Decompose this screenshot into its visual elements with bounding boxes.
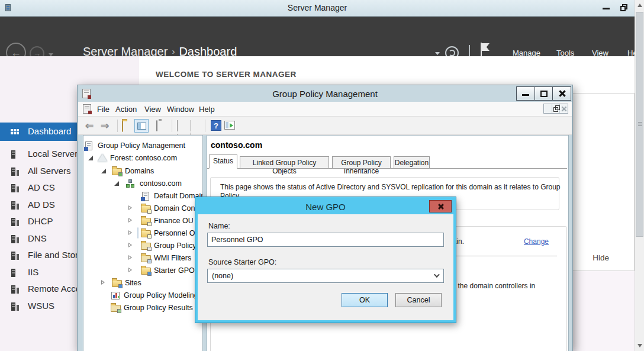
starter-gpos-folder-icon [141,266,151,275]
file-storage-icon [10,251,20,260]
console-child-icon [83,104,91,114]
tab-linked-gpos[interactable]: Linked Group Policy Objects [240,156,329,169]
scrollbar-grip [638,122,642,123]
gp-modeling-icon [111,291,121,300]
collapsed-icon[interactable] [128,243,132,247]
collapsed-icon[interactable] [128,230,132,235]
ou-folder-icon [141,217,151,226]
dialog-close-icon[interactable] [429,200,452,212]
minimize-icon[interactable] [598,1,614,15]
child-minimize-icon[interactable] [544,104,552,113]
gpo-icon [141,192,152,201]
gpm-menu-action[interactable]: Action [115,105,137,114]
gpm-console-icon [85,141,95,150]
ad-cs-icon [10,183,20,193]
gpo-folder-icon [141,241,151,250]
dhcp-icon [10,217,20,227]
iis-icon [10,268,20,278]
back-icon[interactable]: ⇐ [85,120,94,132]
dialog-titlebar[interactable]: New GPO [198,199,453,214]
gpm-titlebar[interactable]: Group Policy Management [78,85,572,102]
gpm-menubar: File Action View Window Help [78,102,572,117]
scroll-up-icon[interactable] [637,4,642,7]
screen: Server Manager ← → Server Manager›Dashbo… [0,0,644,351]
gpm-menu-view[interactable]: View [144,105,161,114]
gpm-menu-help[interactable]: Help [199,105,215,114]
up-one-level-icon[interactable] [122,121,123,132]
collapsed-icon[interactable] [128,205,132,210]
all-servers-icon [10,167,20,176]
sites-folder-icon [112,279,122,288]
dashboard-grid-icon [10,127,20,137]
restore-icon[interactable] [616,1,632,15]
selected-option: (none) [212,272,233,280]
name-label: Name: [208,222,230,230]
dialog-title: New GPO [198,202,453,212]
chevron-down-icon [434,272,440,278]
source-starter-gpo-select[interactable]: (none) [207,269,444,283]
collapsed-icon[interactable] [101,280,105,285]
gp-results-folder-icon [111,304,121,313]
scroll-down-icon[interactable] [637,344,642,347]
remote-access-icon [10,285,20,294]
console-child-controls [543,104,568,114]
tab-status[interactable]: Status [209,154,237,169]
wmi-filters-folder-icon [141,254,151,263]
help-icon[interactable]: ? [211,120,221,131]
wsus-icon [10,302,20,311]
gpm-window-title: Group Policy Management [78,89,572,99]
gpm-menu-file[interactable]: File [97,105,110,114]
ou-folder-icon [141,204,151,213]
child-close-icon[interactable] [560,104,568,113]
expanded-icon[interactable] [114,181,119,186]
gpm-window-controls [516,86,571,101]
expanded-icon[interactable] [88,156,93,160]
show-window-icon[interactable] [224,121,235,130]
child-restore-icon[interactable] [552,104,561,113]
gpm-maximize-icon[interactable] [535,87,553,100]
domain-heading: contoso.com [211,140,262,150]
ad-ds-icon [10,201,20,210]
gpm-menu-window[interactable]: Window [167,105,194,114]
tab-strip-line [207,168,567,169]
new-gpo-dialog: New GPO Name: Source Starter GPO: (none)… [195,197,456,323]
toolbar-divider [172,120,172,132]
tab-delegation[interactable]: Delegation [394,156,430,169]
notifications-caret-icon[interactable] [435,52,440,55]
vertical-scrollbar[interactable] [635,0,644,351]
source-starter-gpo-label: Source Starter GPO: [208,258,276,266]
local-server-icon [10,150,20,159]
gpo-name-input[interactable] [207,233,444,247]
toolbar-divider [117,120,118,132]
toolbar-divider [205,120,205,132]
gpm-toolbar: ⇐ ⇒ ? [78,117,572,135]
scrollbar-thumb[interactable] [636,12,643,237]
clipboard-icon[interactable] [156,121,157,131]
server-manager-navbar: ← → Server Manager›Dashboard Manage Tool… [0,17,635,56]
change-link[interactable]: Change [524,237,549,246]
domain-icon [126,179,136,188]
ou-folder-icon [141,229,151,238]
forward-icon[interactable]: ⇒ [101,120,109,132]
welcome-heading: WELCOME TO SERVER MANAGER [156,70,297,79]
gpm-close-icon[interactable] [553,87,571,100]
tree-selection-highlight [137,227,139,239]
hide-link[interactable]: Hide [593,253,609,262]
gpm-tree-pane: Group Policy Management Forest: contoso.… [83,135,203,351]
ok-button[interactable]: OK [342,293,388,307]
cancel-button[interactable]: Cancel [395,293,442,307]
show-console-tree-icon[interactable] [134,119,149,133]
collapsed-icon[interactable] [128,255,132,260]
domains-folder-icon [112,167,122,176]
breadcrumb-separator: › [168,46,179,56]
forest-icon [98,154,108,163]
window-title: Server Manager [0,3,635,12]
dns-icon [10,234,20,244]
server-manager-titlebar: Server Manager [0,0,635,17]
gpm-minimize-icon[interactable] [517,87,535,100]
collapsed-icon[interactable] [128,268,132,272]
collapsed-icon[interactable] [128,218,132,223]
tab-gp-inheritance[interactable]: Group Policy Inheritance [332,156,391,169]
expanded-icon[interactable] [101,169,106,173]
